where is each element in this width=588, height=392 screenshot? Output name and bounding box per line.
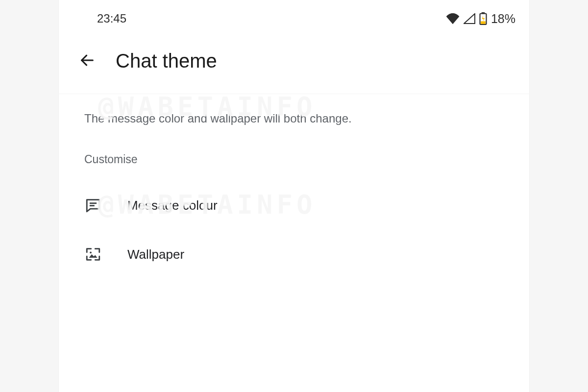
battery-icon (479, 12, 487, 25)
status-right: 18% (446, 12, 515, 26)
wallpaper-icon (84, 245, 102, 263)
app-header: Chat theme (59, 33, 529, 94)
status-bar: 23:45 (59, 0, 529, 33)
row-label: Wallpaper (127, 247, 184, 262)
wifi-icon (446, 13, 460, 24)
row-wallpaper[interactable]: Wallpaper (84, 230, 504, 279)
content: @WABETAINFO @WABETAINFO The message colo… (59, 94, 529, 279)
row-message-colour[interactable]: Message colour (84, 181, 504, 230)
battery-percentage: 18% (491, 12, 515, 26)
section-label-customise: Customise (84, 153, 504, 166)
description-text: The message color and wallpaper will bot… (84, 112, 504, 125)
status-time: 23:45 (97, 12, 126, 25)
svg-rect-2 (481, 21, 486, 24)
phone-frame: 23:45 (59, 0, 529, 392)
svg-point-6 (90, 252, 92, 254)
arrow-left-icon (79, 52, 96, 71)
page-title: Chat theme (116, 50, 217, 72)
chat-bubble-icon (84, 196, 102, 214)
cellular-signal-icon (464, 13, 475, 24)
row-label: Message colour (127, 198, 218, 213)
back-button[interactable] (76, 50, 98, 72)
